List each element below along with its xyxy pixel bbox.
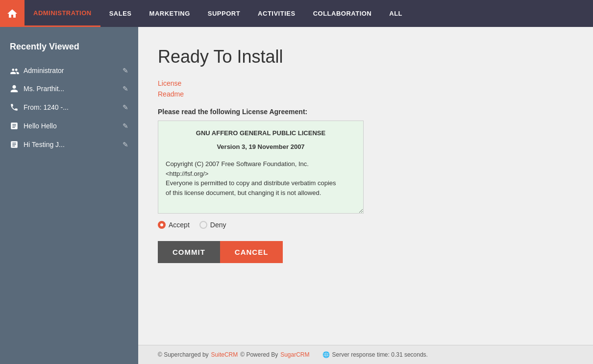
cancel-button[interactable]: CANCEL [220, 241, 283, 263]
sugarcrm-link[interactable]: SugarCRM [280, 351, 309, 358]
main-layout: ◀ Recently Viewed Administrator ✎ Ms. Pr… [0, 27, 593, 364]
sidebar-label-call: From: 1240 -... [24, 103, 123, 111]
action-buttons: COMMIT CANCEL [158, 241, 573, 263]
license-text-box[interactable]: GNU AFFERO GENERAL PUBLIC LICENSE Versio… [158, 121, 364, 214]
nav-marketing[interactable]: MARKETING [141, 0, 199, 27]
license-body: Copyright (C) 2007 Free Software Foundat… [166, 159, 356, 197]
server-text: Server response time: 0.31 seconds. [332, 351, 428, 358]
main-content: Ready To Install License Readme Please r… [138, 27, 593, 345]
sidebar-label-prarthit: Ms. Prarthit... [24, 85, 123, 93]
footer: © Supercharged by SuiteCRM © Powered By … [138, 345, 593, 364]
deny-radio[interactable] [199, 221, 207, 229]
nav-administration[interactable]: ADMINISTRATION [25, 0, 100, 27]
document-icon-1 [10, 140, 24, 149]
sidebar-item-prarthit[interactable]: Ms. Prarthit... ✎ [0, 79, 138, 98]
nav-activities[interactable]: ACTIVITIES [249, 0, 304, 27]
sidebar-label-hitesting: Hi Testing J... [24, 141, 123, 148]
accept-label: Accept [169, 221, 190, 229]
edit-icon-2[interactable]: ✎ [123, 103, 128, 111]
home-icon [6, 8, 18, 20]
accept-option[interactable]: Accept [158, 221, 190, 229]
license-prompt: Please read the following License Agreem… [158, 108, 573, 116]
links-section: License Readme [158, 79, 573, 98]
nav-sales[interactable]: SALES [100, 0, 141, 27]
sidebar-item-administrator[interactable]: Administrator ✎ [0, 62, 138, 79]
edit-icon-4[interactable]: ✎ [123, 141, 128, 148]
deny-label: Deny [210, 221, 226, 229]
suitecrm-link[interactable]: SuiteCRM [211, 351, 238, 358]
commit-button[interactable]: COMMIT [158, 241, 220, 263]
edit-icon-3[interactable]: ✎ [123, 122, 128, 130]
sidebar-label-hello: Hello Hello [24, 122, 123, 130]
deny-option[interactable]: Deny [199, 221, 226, 229]
license-title-line2: Version 3, 19 November 2007 [166, 142, 356, 152]
sidebar-item-hello[interactable]: Hello Hello ✎ [0, 117, 138, 135]
radio-group: Accept Deny [158, 221, 573, 229]
sidebar-item-hitesting[interactable]: Hi Testing J... ✎ [0, 135, 138, 154]
sidebar-title: Recently Viewed [0, 37, 138, 62]
page-title: Ready To Install [158, 47, 573, 67]
nav-support[interactable]: SUPPORT [199, 0, 249, 27]
footer-sep: © Powered By [240, 351, 278, 358]
top-navigation: ADMINISTRATION SALES MARKETING SUPPORT A… [0, 0, 593, 27]
readme-link[interactable]: Readme [158, 90, 573, 98]
nav-all[interactable]: ALL [380, 0, 411, 27]
accept-radio[interactable] [158, 221, 166, 229]
nav-items: ADMINISTRATION SALES MARKETING SUPPORT A… [25, 0, 411, 27]
edit-icon-0[interactable]: ✎ [123, 67, 128, 74]
phone-icon [10, 103, 24, 112]
users-icon [10, 67, 24, 74]
edit-icon-1[interactable]: ✎ [123, 85, 128, 93]
license-link[interactable]: License [158, 79, 573, 87]
globe-icon: 🌐 [322, 351, 330, 358]
sidebar-toggle[interactable]: ◀ [137, 37, 138, 54]
sidebar-item-call[interactable]: From: 1240 -... ✎ [0, 98, 138, 117]
footer-text1: © Supercharged by [158, 351, 209, 358]
sidebar: ◀ Recently Viewed Administrator ✎ Ms. Pr… [0, 27, 138, 364]
home-button[interactable] [0, 0, 25, 27]
document-icon-0 [10, 121, 24, 130]
person-icon [10, 84, 24, 93]
sidebar-label-administrator: Administrator [24, 67, 123, 74]
nav-collaboration[interactable]: COLLABORATION [304, 0, 381, 27]
license-title-line1: GNU AFFERO GENERAL PUBLIC LICENSE [166, 128, 356, 138]
